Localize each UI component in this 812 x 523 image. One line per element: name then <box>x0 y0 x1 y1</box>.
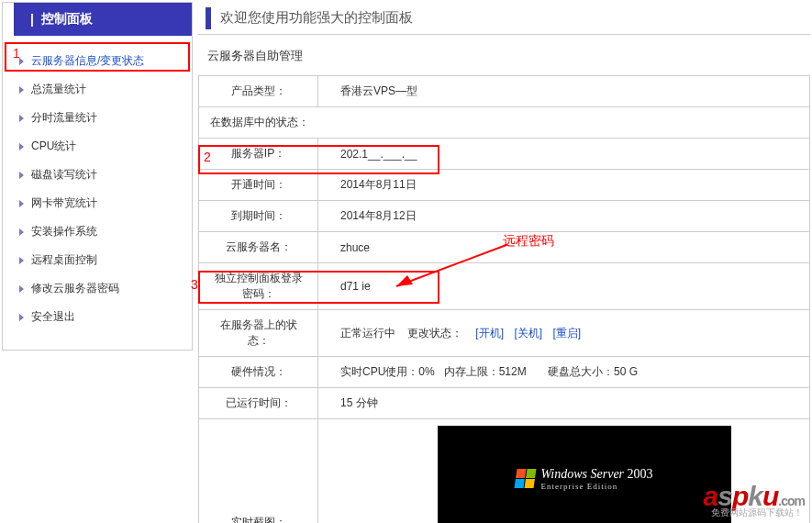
value-open-time: 2014年8月11日 <box>318 170 810 201</box>
sidebar-item-total-traffic[interactable]: 总流量统计 <box>3 75 192 104</box>
label-panel-password: 独立控制面板登录密码： <box>199 263 318 310</box>
sidebar-item-label: 总流量统计 <box>31 82 86 97</box>
value-hardware: 实时CPU使用：0% 内存上限：512M 硬盘总大小：50 G <box>318 357 810 388</box>
table-row: 在数据库中的状态： <box>199 107 810 139</box>
label-uptime: 已运行时间： <box>199 388 318 419</box>
poweroff-link[interactable]: [关机] <box>514 327 542 339</box>
sidebar-item-label: 安全退出 <box>31 309 75 325</box>
aspku-tagline: 免费网站源码下载站！ <box>711 506 803 519</box>
remote-preview: Windows Server 2003 Enterprise Edition <box>438 426 731 524</box>
table-row: 服务器IP： 202.1__.___.__ <box>199 139 810 170</box>
status-text: 正常运行中 <box>340 327 395 339</box>
sidebar-item-cpu-stats[interactable]: CPU统计 <box>3 132 192 161</box>
table-row: 独立控制面板登录密码： d71 ie <box>199 263 810 310</box>
value-expire-time: 2014年8月12日 <box>318 201 810 232</box>
label-server-status: 在服务器上的状态： <box>199 310 318 357</box>
value-server-status: 正常运行中 更改状态： [开机] [关机] [重启] <box>318 310 810 357</box>
label-screenshot: 实时截图： <box>199 419 318 524</box>
sidebar-item-label: 云服务器信息/变更状态 <box>31 53 144 69</box>
page-title: 欢迎您使用功能强大的控制面板 <box>220 9 413 27</box>
sidebar-item-label: CPU统计 <box>31 139 76 154</box>
info-table: 产品类型： 香港云VPS—型 在数据库中的状态： 服务器IP： 202.1__.… <box>198 75 810 523</box>
sidebar-item-label: 修改云服务器密码 <box>31 281 119 296</box>
arrow-icon <box>19 86 24 94</box>
change-status-label: 更改状态： <box>407 327 462 339</box>
value-product-type: 香港云VPS—型 <box>318 76 810 107</box>
sidebar-item-install-os[interactable]: 安装操作系统 <box>3 217 192 246</box>
sidebar-item-label: 网卡带宽统计 <box>31 195 97 211</box>
label-db-status: 在数据库中的状态： <box>199 107 810 139</box>
arrow-icon <box>19 143 24 150</box>
sidebar-item-change-password[interactable]: 修改云服务器密码 <box>3 274 192 303</box>
sidebar: |控制面板 云服务器信息/变更状态 总流量统计 分时流量统计 CPU统计 磁盘读… <box>2 2 193 351</box>
sidebar-item-disk-stats[interactable]: 磁盘读写统计 <box>3 161 192 189</box>
reboot-link[interactable]: [重启] <box>552 327 581 339</box>
poweron-link[interactable]: [开机] <box>475 327 504 339</box>
arrow-icon <box>19 115 24 122</box>
arrow-icon <box>19 314 24 321</box>
table-row: 开通时间： 2014年8月11日 <box>199 170 810 201</box>
value-uptime: 15 分钟 <box>318 388 810 419</box>
windows-logo-icon: Windows Server 2003 Enterprise Edition <box>516 467 652 491</box>
label-product-type: 产品类型： <box>199 76 318 107</box>
arrow-icon <box>19 285 24 293</box>
annotation-label-3: 3 <box>191 277 198 292</box>
sidebar-item-remote-desktop[interactable]: 远程桌面控制 <box>3 246 192 274</box>
sidebar-item-hourly-traffic[interactable]: 分时流量统计 <box>3 104 192 132</box>
main-header: 欢迎您使用功能强大的控制面板 <box>198 2 810 35</box>
annotation-label-1: 1 <box>13 46 20 61</box>
table-row: 产品类型： 香港云VPS—型 <box>199 76 810 107</box>
sidebar-item-label: 远程桌面控制 <box>31 252 97 268</box>
label-hardware: 硬件情况： <box>199 357 318 388</box>
label-open-time: 开通时间： <box>199 170 318 201</box>
annotation-remote-password: 远程密码 <box>503 233 554 250</box>
label-server-name: 云服务器名： <box>199 232 318 263</box>
sidebar-item-label: 安装操作系统 <box>31 224 97 239</box>
sidebar-list: 云服务器信息/变更状态 总流量统计 分时流量统计 CPU统计 磁盘读写统计 网卡… <box>3 36 192 350</box>
value-panel-password: d71 ie <box>318 263 810 310</box>
header-bar-icon <box>206 7 211 29</box>
table-row: 硬件情况： 实时CPU使用：0% 内存上限：512M 硬盘总大小：50 G <box>199 357 810 388</box>
page-subtitle: 云服务器自助管理 <box>198 35 810 75</box>
value-server-name: zhuce <box>318 232 810 263</box>
arrow-icon <box>19 200 24 207</box>
value-server-ip: 202.1__.___.__ <box>318 139 810 170</box>
table-row: 已运行时间： 15 分钟 <box>199 388 810 419</box>
main: 欢迎您使用功能强大的控制面板 云服务器自助管理 产品类型： 香港云VPS—型 在… <box>198 2 810 523</box>
table-row: 在服务器上的状态： 正常运行中 更改状态： [开机] [关机] [重启] <box>199 310 810 357</box>
arrow-icon <box>19 228 24 236</box>
sidebar-item-server-info[interactable]: 云服务器信息/变更状态 <box>3 47 192 75</box>
sidebar-item-label: 磁盘读写统计 <box>31 167 97 183</box>
arrow-icon <box>19 257 24 264</box>
sidebar-item-label: 分时流量统计 <box>31 110 97 126</box>
sidebar-title: 控制面板 <box>41 11 93 28</box>
label-server-ip: 服务器IP： <box>199 139 318 170</box>
table-row: 到期时间： 2014年8月12日 <box>199 201 810 232</box>
annotation-label-2: 2 <box>204 150 211 164</box>
arrow-icon <box>19 172 24 179</box>
sidebar-header: |控制面板 <box>3 3 192 36</box>
sidebar-item-nic-stats[interactable]: 网卡带宽统计 <box>3 189 192 217</box>
sidebar-item-logout[interactable]: 安全退出 <box>3 303 192 331</box>
label-expire-time: 到期时间： <box>199 201 318 232</box>
